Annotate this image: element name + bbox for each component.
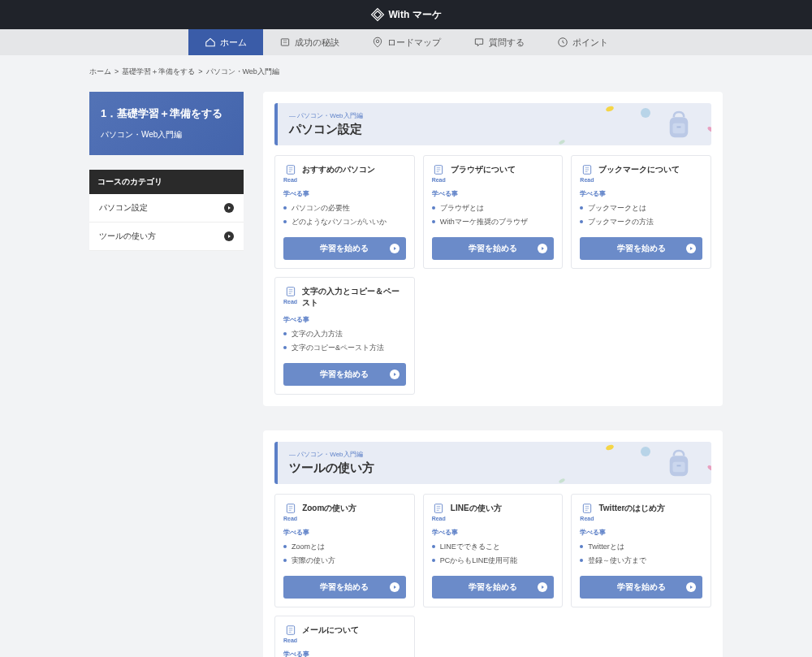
read-icon xyxy=(581,164,593,175)
learn-label: 学べる事 xyxy=(580,189,702,198)
category-item-0[interactable]: パソコン設定 xyxy=(89,194,244,223)
card-title: LINEの使い方 xyxy=(451,503,502,514)
svg-rect-26 xyxy=(677,465,681,467)
svg-rect-0 xyxy=(281,39,288,45)
read-icon xyxy=(285,164,296,175)
learn-list: ブックマークとはブックマークの方法 xyxy=(580,201,702,229)
brand-text: With マーケ xyxy=(388,8,441,22)
arrow-right-icon xyxy=(390,370,400,379)
read-icon xyxy=(433,164,444,175)
section-0: パソコン・Web入門編パソコン設定Readおすすめのパソコン学べる事パソコンの必… xyxy=(263,92,723,406)
button-label: 学習を始める xyxy=(617,243,666,254)
learn-label: 学べる事 xyxy=(432,528,555,537)
read-label: Read xyxy=(580,516,594,521)
lesson-card: Readブックマークについて学べる事ブックマークとはブックマークの方法学習を始め… xyxy=(571,155,711,269)
lesson-card: ReadZoomの使い方学べる事Zoomとは実際の使い方学習を始める xyxy=(274,494,415,607)
section-subtitle: パソコン・Web入門編 xyxy=(289,111,700,120)
chevron-right-icon xyxy=(224,203,234,213)
start-learning-button[interactable]: 学習を始める xyxy=(432,237,555,260)
arrow-right-icon xyxy=(390,582,400,592)
lesson-card: ReadTwitterのはじめ方学べる事Twitterとは登録～使い方まで学習を… xyxy=(571,494,711,607)
learn-point: PCからもLINE使用可能 xyxy=(432,554,555,568)
learn-label: 学べる事 xyxy=(432,189,555,198)
learn-label: 学べる事 xyxy=(283,315,406,324)
learn-point: Zoomとは xyxy=(283,540,406,554)
card-icon-wrap: Read xyxy=(580,164,594,183)
start-learning-button[interactable]: 学習を始める xyxy=(580,237,702,260)
nav-icon xyxy=(557,37,568,48)
button-label: 学習を始める xyxy=(617,581,666,593)
svg-point-3 xyxy=(376,40,379,43)
card-title: ブックマークについて xyxy=(598,164,680,175)
read-icon xyxy=(285,286,296,297)
card-title: おすすめのパソコン xyxy=(302,164,375,175)
start-learning-button[interactable]: 学習を始める xyxy=(283,576,406,599)
nav-item-3[interactable]: 質問する xyxy=(457,29,541,55)
card-icon-wrap: Read xyxy=(283,503,297,521)
hero-banner: 1．基礎学習＋準備をする パソコン・Web入門編 xyxy=(89,92,244,155)
start-learning-button[interactable]: 学習を始める xyxy=(432,576,555,599)
button-label: 学習を始める xyxy=(320,369,369,380)
read-label: Read xyxy=(283,638,297,643)
lesson-card: Read文字の入力とコピー＆ペースト学べる事文字の入力方法文字のコピー&ペースト… xyxy=(274,277,415,395)
nav-label: ポイント xyxy=(572,37,608,49)
learn-list: ブラウザとはWithマーケ推奨のブラウザ xyxy=(432,201,555,229)
nav-item-0[interactable]: ホーム xyxy=(188,29,263,55)
arrow-right-icon xyxy=(686,244,696,253)
learn-point: パソコンの必要性 xyxy=(283,201,406,215)
backpack-icon xyxy=(663,108,695,140)
learn-point: ブックマークとは xyxy=(580,201,702,215)
read-label: Read xyxy=(283,177,297,183)
main-nav: ホーム成功の秘訣ロードマップ質問するポイント xyxy=(0,29,812,55)
arrow-right-icon xyxy=(538,582,547,592)
learn-label: 学べる事 xyxy=(283,528,406,537)
learn-list: 文字の入力方法文字のコピー&ペースト方法 xyxy=(283,327,406,355)
lesson-card: Readブラウザについて学べる事ブラウザとはWithマーケ推奨のブラウザ学習を始… xyxy=(423,155,564,269)
breadcrumb: ホーム>基礎学習＋準備をする>パソコン・Web入門編 xyxy=(89,62,723,82)
card-title: メールについて xyxy=(302,625,359,636)
nav-item-1[interactable]: 成功の秘訣 xyxy=(263,29,356,55)
nav-label: ホーム xyxy=(220,37,247,49)
read-icon xyxy=(285,503,296,514)
button-label: 学習を始める xyxy=(469,581,517,593)
read-label: Read xyxy=(283,516,297,521)
hero-title: 1．基礎学習＋準備をする xyxy=(101,106,232,121)
learn-point: ブックマークの方法 xyxy=(580,215,702,229)
card-title: ブラウザについて xyxy=(451,164,516,175)
start-learning-button[interactable]: 学習を始める xyxy=(283,363,406,386)
brand-logo[interactable]: With マーケ xyxy=(370,7,441,22)
arrow-right-icon xyxy=(686,582,696,592)
learn-label: 学べる事 xyxy=(283,650,406,657)
category-label: ツールの使い方 xyxy=(99,231,156,242)
learn-label: 学べる事 xyxy=(283,189,406,198)
learn-point: Twitterとは xyxy=(580,540,702,554)
start-learning-button[interactable]: 学習を始める xyxy=(283,237,406,260)
nav-item-4[interactable]: ポイント xyxy=(541,29,624,55)
logo-icon xyxy=(370,7,385,22)
category-label: パソコン設定 xyxy=(99,202,148,214)
card-icon-wrap: Read xyxy=(432,503,446,521)
learn-list: パソコンの必要性どのようなパソコンがいいか xyxy=(283,201,406,229)
read-icon xyxy=(285,625,296,636)
learn-point: Withマーケ推奨のブラウザ xyxy=(432,215,555,229)
topbar: With マーケ xyxy=(0,0,812,29)
section-1: パソコン・Web入門編ツールの使い方ReadZoomの使い方学べる事Zoomとは… xyxy=(263,430,723,657)
nav-label: 成功の秘訣 xyxy=(295,37,339,49)
nav-item-2[interactable]: ロードマップ xyxy=(356,29,457,55)
breadcrumb-link[interactable]: 基礎学習＋準備をする xyxy=(122,67,195,76)
card-icon-wrap: Read xyxy=(432,164,446,183)
backpack-icon xyxy=(663,447,695,479)
card-icon-wrap: Read xyxy=(283,625,297,643)
learn-list: Twitterとは登録～使い方まで xyxy=(580,540,702,568)
card-title: 文字の入力とコピー＆ペースト xyxy=(302,286,406,309)
breadcrumb-link[interactable]: パソコン・Web入門編 xyxy=(206,67,279,76)
card-icon-wrap: Read xyxy=(283,286,297,305)
arrow-right-icon xyxy=(538,244,547,253)
section-subtitle: パソコン・Web入門編 xyxy=(289,450,700,459)
breadcrumb-link[interactable]: ホーム xyxy=(89,67,111,76)
nav-icon xyxy=(473,37,485,48)
start-learning-button[interactable]: 学習を始める xyxy=(580,576,702,599)
lesson-card: ReadLINEの使い方学べる事LINEでできることPCからもLINE使用可能学… xyxy=(423,494,564,607)
cards-grid: Readおすすめのパソコン学べる事パソコンの必要性どのようなパソコンがいいか学習… xyxy=(274,155,711,395)
category-item-1[interactable]: ツールの使い方 xyxy=(89,223,244,251)
